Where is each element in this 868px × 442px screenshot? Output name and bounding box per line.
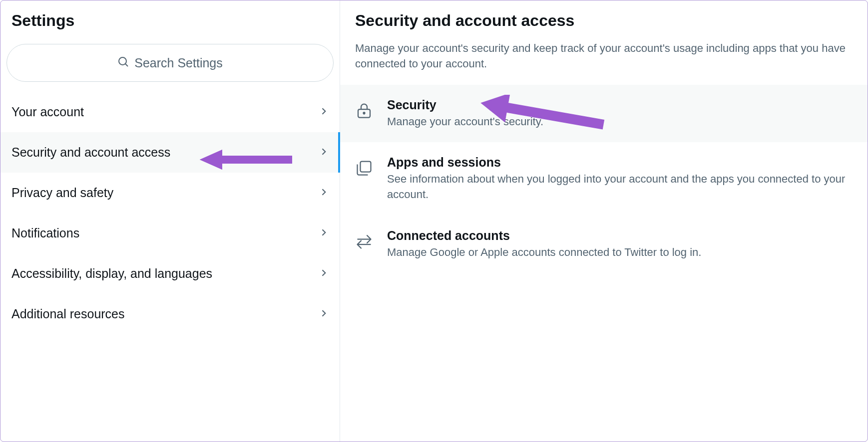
search-container: Search Settings bbox=[0, 39, 340, 92]
sidebar-item-label: Privacy and safety bbox=[11, 186, 113, 200]
search-icon bbox=[117, 56, 129, 70]
main-title: Security and account access bbox=[355, 11, 868, 41]
sidebar-item-label: Accessibility, display, and languages bbox=[11, 266, 212, 281]
sidebar-item-label: Security and account access bbox=[11, 145, 170, 160]
detail-title: Security bbox=[387, 98, 853, 112]
search-input[interactable]: Search Settings bbox=[6, 44, 334, 82]
sidebar-item-label: Your account bbox=[11, 105, 84, 119]
detail-item-connected-accounts[interactable]: Connected accounts Manage Google or Appl… bbox=[355, 216, 868, 273]
detail-item-apps-sessions[interactable]: Apps and sessions See information about … bbox=[355, 142, 868, 216]
detail-text: Apps and sessions See information about … bbox=[387, 155, 853, 203]
search-placeholder: Search Settings bbox=[134, 56, 223, 70]
sidebar-item-label: Additional resources bbox=[11, 307, 125, 321]
chevron-right-icon bbox=[319, 106, 329, 118]
sidebar-header: Settings bbox=[0, 0, 340, 39]
chevron-right-icon bbox=[319, 227, 329, 239]
chevron-right-icon bbox=[319, 308, 329, 320]
sidebar-item-label: Notifications bbox=[11, 226, 79, 240]
detail-title: Apps and sessions bbox=[387, 155, 853, 170]
sidebar-nav: Your account Security and account access… bbox=[0, 92, 340, 334]
svg-line-1 bbox=[125, 64, 128, 66]
chevron-right-icon bbox=[319, 147, 329, 159]
detail-description: Manage Google or Apple accounts connecte… bbox=[387, 245, 853, 260]
sidebar-item-privacy[interactable]: Privacy and safety bbox=[0, 173, 340, 213]
lock-icon bbox=[355, 101, 373, 121]
detail-description: See information about when you logged in… bbox=[387, 172, 853, 203]
sidebar-item-your-account[interactable]: Your account bbox=[0, 92, 340, 132]
svg-rect-5 bbox=[361, 162, 371, 172]
detail-list: Security Manage your account's security.… bbox=[355, 85, 868, 273]
chevron-right-icon bbox=[319, 187, 329, 199]
apps-icon bbox=[355, 158, 373, 178]
detail-title: Connected accounts bbox=[387, 228, 853, 243]
chevron-right-icon bbox=[319, 268, 329, 280]
svg-point-0 bbox=[119, 57, 126, 65]
transfer-icon bbox=[355, 231, 373, 251]
main-panel: Security and account access Manage your … bbox=[340, 0, 868, 442]
main-description: Manage your account's security and keep … bbox=[355, 41, 868, 85]
sidebar-item-security-access[interactable]: Security and account access bbox=[0, 132, 340, 173]
sidebar-item-additional[interactable]: Additional resources bbox=[0, 294, 340, 334]
detail-text: Connected accounts Manage Google or Appl… bbox=[387, 228, 853, 260]
settings-sidebar: Settings Search Settings Your account Se… bbox=[0, 0, 340, 442]
page-title: Settings bbox=[11, 11, 329, 30]
sidebar-item-accessibility[interactable]: Accessibility, display, and languages bbox=[0, 253, 340, 294]
detail-description: Manage your account's security. bbox=[387, 114, 853, 130]
detail-text: Security Manage your account's security. bbox=[387, 98, 853, 130]
sidebar-item-notifications[interactable]: Notifications bbox=[0, 213, 340, 253]
detail-item-security[interactable]: Security Manage your account's security. bbox=[340, 85, 868, 143]
